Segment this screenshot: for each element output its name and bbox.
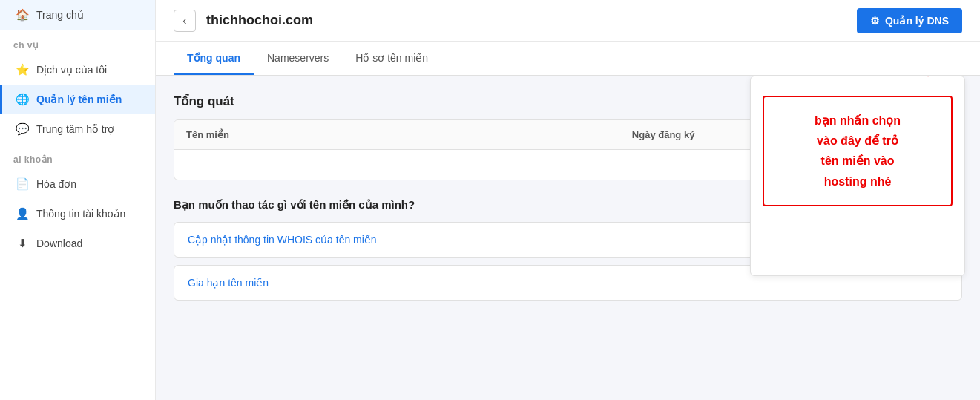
sidebar-item-hoa-don[interactable]: 📄 Hóa đơn <box>0 169 155 199</box>
tab-tong-quan[interactable]: Tổng quan <box>174 42 254 75</box>
manage-dns-label: Quản lý DNS <box>885 15 949 27</box>
sidebar-item-label: Quản lý tên miền <box>36 94 122 105</box>
chat-icon: 💬 <box>16 122 29 136</box>
col-header-domain: Tên miền <box>186 129 568 140</box>
user-icon: 👤 <box>16 207 29 220</box>
sidebar-item-dich-vu-cua-toi[interactable]: ⭐ Dịch vụ của tôi <box>0 55 155 85</box>
annotation-text: bạn nhấn chọnvào đây để trỏtên miền vàoh… <box>815 114 901 188</box>
annotation-overlay: bạn nhấn chọnvào đây để trỏtên miền vàoh… <box>750 76 965 276</box>
back-button[interactable]: ‹ <box>174 10 196 32</box>
star-icon: ⭐ <box>16 63 29 76</box>
sidebar-item-label: Thông tin tài khoản <box>36 208 125 220</box>
manage-dns-button[interactable]: ⚙ Quản lý DNS <box>857 8 962 33</box>
sidebar-section-dich-vu: ch vụ <box>0 30 155 55</box>
gear-icon: ⚙ <box>870 15 880 27</box>
tab-ho-so-ten-mien[interactable]: Hồ sơ tên miền <box>342 42 441 75</box>
col-header-reg-date: Ngày đăng ký <box>568 129 759 140</box>
header-right: ⚙ Quản lý DNS <box>857 8 962 33</box>
sidebar-item-label: Trung tâm hỗ trợ <box>36 123 114 135</box>
domain-title: thichhochoi.com <box>206 13 313 28</box>
sidebar-item-label: Dịch vụ của tôi <box>36 64 107 76</box>
sidebar: 🏠 Trang chủ ch vụ ⭐ Dịch vụ của tôi 🌐 Qu… <box>0 0 156 400</box>
sidebar-item-quan-ly-ten-mien[interactable]: 🌐 Quản lý tên miền <box>0 85 155 114</box>
main-content: ‹ thichhochoi.com ⚙ Quản lý DNS Tổng qua… <box>156 0 980 400</box>
annotation-box: bạn nhấn chọnvào đây để trỏtên miền vàoh… <box>763 96 953 206</box>
sidebar-item-trang-chu[interactable]: 🏠 Trang chủ <box>0 0 155 30</box>
sidebar-section-tai-khoan: ai khoản <box>0 144 155 169</box>
invoice-icon: 📄 <box>16 177 29 191</box>
arrow-svg <box>823 76 957 80</box>
content-area: Tổng quát Đang sử dụng Tên miền Ngày đăn… <box>156 76 980 400</box>
svg-line-1 <box>927 76 946 76</box>
sidebar-item-trung-tam-ho-tro[interactable]: 💬 Trung tâm hỗ trợ <box>0 114 155 144</box>
sidebar-item-label: Download <box>36 237 82 249</box>
sidebar-item-label: Hóa đơn <box>36 178 76 190</box>
download-icon: ⬇ <box>16 237 29 250</box>
sidebar-item-download[interactable]: ⬇ Download <box>0 229 155 258</box>
tab-nameservers[interactable]: Nameservers <box>254 42 342 75</box>
tabs-bar: Tổng quan Nameservers Hồ sơ tên miền <box>156 42 980 76</box>
section-title: Tổng quát <box>174 94 234 109</box>
sidebar-item-label: Trang chủ <box>36 9 84 21</box>
sidebar-item-thong-tin-tai-khoan[interactable]: 👤 Thông tin tài khoản <box>0 199 155 229</box>
home-icon: 🏠 <box>16 8 29 22</box>
header-bar: ‹ thichhochoi.com ⚙ Quản lý DNS <box>156 0 980 42</box>
globe-icon: 🌐 <box>16 93 29 106</box>
